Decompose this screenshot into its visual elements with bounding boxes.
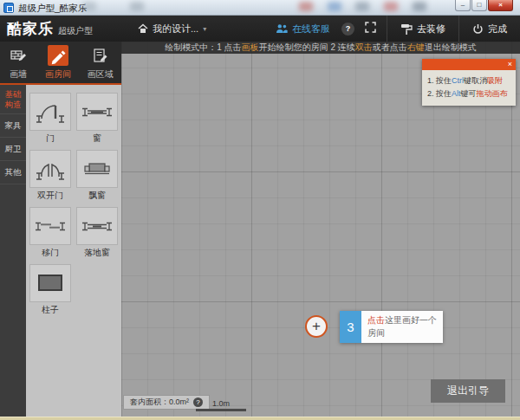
- app-header: 酷家乐 超级户型 我的设计... ▾ 在线客服 ? 去装修 完成: [0, 16, 520, 42]
- app-icon: [3, 3, 14, 13]
- floor-window-icon: [76, 207, 118, 245]
- decorate-label: 去装修: [417, 23, 445, 36]
- drawing-canvas[interactable]: 绘制模式中：1 点击画板开始绘制您的房间 2 连续双击或者点击右键退出绘制模式 …: [121, 42, 520, 417]
- inner-area-label: 套内面积：0.0m²: [130, 397, 189, 408]
- titlebar-glass-blur: [413, 2, 426, 11]
- desktop-edge-strip: [0, 417, 520, 420]
- titlebar-glass-blur: [384, 2, 398, 11]
- tab-draw-area-label: 画区域: [88, 68, 114, 81]
- my-design-menu[interactable]: 我的设计... ▾: [138, 23, 206, 36]
- help-button[interactable]: ?: [341, 23, 354, 36]
- component-pillar-label: 柱子: [42, 304, 59, 316]
- pillar-icon: [29, 264, 71, 302]
- fullscreen-button[interactable]: [365, 21, 376, 36]
- draw-mode-tabs: 画墙 画房间 画区域: [0, 42, 121, 83]
- draw-room-icon: [48, 45, 68, 66]
- tab-draw-area[interactable]: 画区域: [88, 45, 114, 81]
- category-basic-structure[interactable]: 基础构造: [0, 85, 26, 114]
- component-double-door-label: 双开门: [37, 190, 63, 202]
- hint-highlight-board: 画板: [242, 42, 259, 54]
- guide-tip-text: 点击这里画好一个房间: [361, 311, 443, 343]
- scale-bar: [196, 409, 246, 411]
- people-icon: [276, 23, 288, 34]
- titlebar-glass-blur: [355, 2, 369, 11]
- category-other[interactable]: 其他: [0, 161, 26, 184]
- sliding-door-icon: [29, 207, 71, 245]
- my-design-label: 我的设计...: [153, 23, 198, 36]
- component-door-label: 门: [46, 132, 55, 145]
- window-title: 超级户型_酷家乐: [18, 3, 87, 15]
- component-bay-window[interactable]: 飘窗: [76, 150, 118, 204]
- titlebar-glass-blur: [328, 2, 341, 11]
- component-door[interactable]: 门: [29, 93, 71, 146]
- component-pillar[interactable]: 柱子: [29, 264, 71, 318]
- component-sliding-door[interactable]: 移门: [29, 207, 71, 261]
- home-icon: [138, 23, 148, 34]
- close-button[interactable]: ×: [488, 0, 513, 11]
- component-floor-window-label: 落地窗: [84, 247, 110, 259]
- component-bay-window-label: 飘窗: [88, 190, 106, 202]
- app-logo-subtitle: 超级户型: [58, 25, 93, 37]
- component-double-door[interactable]: 双开门: [29, 150, 71, 204]
- tab-draw-wall[interactable]: 画墙: [8, 45, 29, 81]
- exit-guide-button[interactable]: 退出引导: [431, 379, 505, 403]
- tab-draw-room[interactable]: 画房间: [45, 45, 71, 81]
- hint-text: 退出绘制模式: [425, 42, 477, 54]
- maximize-button[interactable]: □: [471, 0, 487, 11]
- draw-area-icon: [90, 45, 111, 66]
- chevron-down-icon: ▾: [203, 25, 206, 33]
- titlebar-glass-blur: [130, 2, 144, 11]
- hint-highlight-right-key: 右键: [407, 42, 425, 54]
- notice-line-1: 1. 按住Ctrl键取消吸附: [427, 74, 510, 87]
- decorate-button[interactable]: 去装修: [387, 16, 458, 42]
- shortcut-notice: × 1. 按住Ctrl键取消吸附 2. 按住Alt键可拖动画布: [422, 59, 516, 106]
- guide-step-number: 3: [340, 311, 361, 343]
- hint-highlight-double-click: 双击: [355, 42, 373, 54]
- fullscreen-icon: [365, 22, 376, 33]
- notice-header: ×: [422, 59, 516, 70]
- titlebar-glass-blur: [299, 2, 313, 11]
- component-window-label: 窗: [93, 132, 101, 145]
- online-support-button[interactable]: 在线客服: [276, 23, 330, 36]
- online-support-label: 在线客服: [292, 23, 330, 36]
- scale-label: 1.0m: [196, 399, 246, 408]
- app-logo: 酷家乐: [7, 19, 54, 39]
- add-room-target[interactable]: +: [305, 315, 328, 338]
- window-titlebar: 超级户型_酷家乐 – □ ×: [0, 0, 520, 16]
- draw-wall-icon: [8, 45, 29, 66]
- guide-tooltip: 3 点击这里画好一个房间: [340, 311, 443, 343]
- power-icon: [472, 23, 484, 35]
- component-window[interactable]: 窗: [76, 93, 118, 146]
- finish-button[interactable]: 完成: [459, 16, 520, 42]
- component-sliding-door-label: 移门: [42, 247, 59, 259]
- door-icon: [29, 93, 71, 131]
- paint-roller-icon: [400, 23, 413, 35]
- notice-close-icon[interactable]: ×: [508, 59, 512, 70]
- category-sidebar: 基础构造 家具 厨卫 其他: [0, 85, 26, 417]
- hint-text: 或者点击: [373, 42, 407, 54]
- category-kitchen-bath[interactable]: 厨卫: [0, 138, 26, 161]
- tab-draw-room-label: 画房间: [45, 68, 71, 81]
- draw-mode-hint-bar: 绘制模式中：1 点击画板开始绘制您的房间 2 连续双击或者点击右键退出绘制模式: [121, 42, 520, 54]
- hint-text: 开始绘制您的房间 2 连续: [259, 42, 355, 54]
- map-scale: 1.0m: [196, 399, 246, 411]
- finish-label: 完成: [488, 23, 507, 36]
- tab-draw-wall-label: 画墙: [10, 68, 27, 81]
- category-furniture[interactable]: 家具: [0, 114, 26, 138]
- hint-text: 绘制模式中：1 点击: [165, 42, 241, 54]
- component-panel: 门 窗 双开门 飘窗: [26, 85, 121, 417]
- component-floor-window[interactable]: 落地窗: [76, 207, 118, 261]
- app-window: 超级户型_酷家乐 – □ × 酷家乐 超级户型 我的设计... ▾ 在线客服 ?: [0, 0, 520, 420]
- bay-window-icon: [76, 150, 118, 188]
- double-door-icon: [29, 150, 71, 188]
- notice-line-2: 2. 按住Alt键可拖动画布: [427, 87, 510, 100]
- window-icon: [76, 93, 118, 131]
- minimize-button[interactable]: –: [455, 0, 471, 11]
